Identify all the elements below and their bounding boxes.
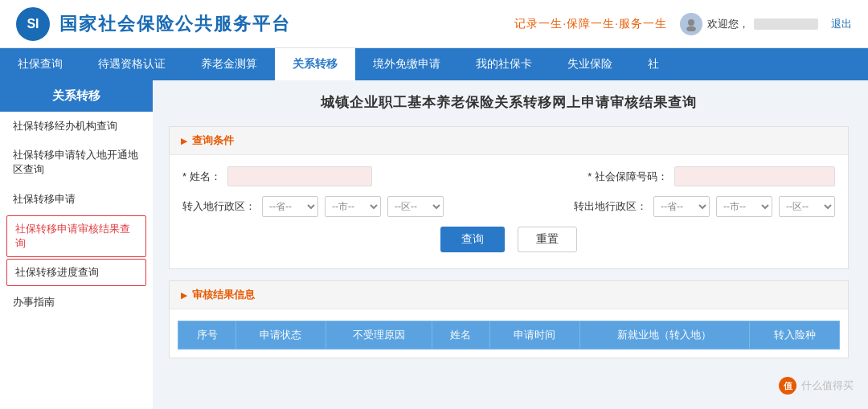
logout-button[interactable]: 退出 — [831, 17, 852, 31]
sidebar: 关系转移 社保转移经办机构查询 社保转移申请转入地开通地区查询 社保转移申请 社… — [0, 80, 153, 409]
col-seq: 序号 — [178, 321, 236, 350]
header-right: 记录一生·保障一生·服务一生 欢迎您， 退出 — [514, 13, 852, 35]
id-label: * 社会保障号码： — [588, 170, 668, 184]
col-type: 转入险种 — [750, 321, 840, 350]
logo-icon: SI — [16, 7, 50, 41]
name-input[interactable] — [227, 166, 372, 186]
header: SI 国家社会保险公共服务平台 记录一生·保障一生·服务一生 欢迎您， 退出 — [0, 0, 868, 48]
transfer-out-group: 转出地行政区： --省-- --市-- --区-- — [574, 196, 835, 217]
transfer-out-city[interactable]: --市-- — [716, 196, 772, 217]
nav-item-jingwai[interactable]: 境外免缴申请 — [355, 48, 458, 80]
nav-item-she[interactable]: 社 — [630, 48, 677, 80]
nav-item-shiye[interactable]: 失业保险 — [550, 48, 630, 80]
username-display — [754, 18, 818, 30]
col-reason: 不受理原因 — [326, 321, 432, 350]
table-header-row: 序号 申请状态 不受理原因 姓名 申请时间 新就业地（转入地） 转入险种 — [178, 321, 840, 350]
top-navigation: 社保查询 待遇资格认证 养老金测算 关系转移 境外免缴申请 我的社保卡 失业保险… — [0, 48, 868, 80]
form-row-name-id: * 姓名： * 社会保障号码： — [182, 166, 835, 186]
transfer-in-district[interactable]: --区-- — [387, 196, 444, 217]
id-input[interactable] — [674, 166, 835, 186]
user-avatar-icon — [680, 13, 702, 35]
sidebar-item-jigou[interactable]: 社保转移经办机构查询 — [0, 112, 153, 141]
svg-point-0 — [688, 19, 694, 26]
watermark-text: 什么值得买 — [801, 378, 854, 393]
watermark-logo: 值 — [779, 377, 796, 395]
query-button[interactable]: 查询 — [440, 227, 505, 252]
nav-item-daiyurenzheng[interactable]: 待遇资格认证 — [80, 48, 183, 80]
query-section: 查询条件 * 姓名： * 社会保障号码： 转入地行政区： — [169, 126, 849, 269]
transfer-in-province[interactable]: --省-- — [262, 196, 318, 217]
col-name: 姓名 — [432, 321, 489, 350]
header-left: SI 国家社会保险公共服务平台 — [16, 7, 291, 41]
welcome-text: 欢迎您， — [707, 17, 749, 31]
name-group: * 姓名： — [182, 166, 372, 186]
name-label: * 姓名： — [182, 170, 221, 184]
transfer-out-label: 转出地行政区： — [574, 199, 647, 214]
user-info: 欢迎您， — [680, 13, 818, 35]
id-group: * 社会保障号码： — [588, 166, 835, 186]
form-row-region: 转入地行政区： --省-- --市-- --区-- 转出地行政区： — [182, 196, 835, 217]
nav-item-shebaocard[interactable]: 我的社保卡 — [458, 48, 550, 80]
svg-point-1 — [686, 26, 696, 31]
watermark: 值 什么值得买 — [779, 377, 854, 395]
result-section-body: 序号 申请状态 不受理原因 姓名 申请时间 新就业地（转入地） 转入险种 — [170, 309, 848, 358]
nav-item-shebao[interactable]: 社保查询 — [0, 48, 80, 80]
sidebar-item-jindu[interactable]: 社保转移进度查询 — [6, 259, 146, 286]
nav-item-yanglao[interactable]: 养老金测算 — [183, 48, 275, 80]
nav-item-guanxi[interactable]: 关系转移 — [275, 48, 355, 80]
query-section-body: * 姓名： * 社会保障号码： 转入地行政区： --省-- — [170, 155, 848, 268]
transfer-out-province[interactable]: --省-- — [653, 196, 710, 217]
sidebar-title: 关系转移 — [0, 80, 153, 112]
sidebar-item-kaitung[interactable]: 社保转移申请转入地开通地区查询 — [0, 141, 153, 184]
transfer-in-group: 转入地行政区： --省-- --市-- --区-- — [182, 196, 444, 217]
col-status: 申请状态 — [236, 321, 326, 350]
result-section-header: 审核结果信息 — [170, 281, 848, 309]
main-content: 城镇企业职工基本养老保险关系转移网上申请审核结果查询 查询条件 * 姓名： * … — [153, 80, 868, 409]
transfer-out-district[interactable]: --区-- — [779, 196, 835, 217]
sidebar-item-shenhe[interactable]: 社保转移申请审核结果查询 — [6, 215, 146, 257]
result-section: 审核结果信息 序号 申请状态 不受理原因 姓名 申请时间 新就业地（转入地） 转… — [169, 280, 849, 358]
col-location: 新就业地（转入地） — [579, 321, 749, 350]
page-title: 城镇企业职工基本养老保险关系转移网上申请审核结果查询 — [169, 93, 849, 112]
main-layout: 关系转移 社保转移经办机构查询 社保转移申请转入地开通地区查询 社保转移申请 社… — [0, 80, 868, 409]
sidebar-item-shenqing[interactable]: 社保转移申请 — [0, 185, 153, 214]
col-time: 申请时间 — [489, 321, 579, 350]
btn-row: 查询 重置 — [182, 227, 835, 252]
site-name: 国家社会保险公共服务平台 — [59, 12, 291, 36]
transfer-in-label: 转入地行政区： — [182, 199, 256, 214]
slogan: 记录一生·保障一生·服务一生 — [514, 17, 667, 31]
reset-button[interactable]: 重置 — [518, 227, 577, 252]
sidebar-item-banshi[interactable]: 办事指南 — [0, 288, 153, 317]
query-section-header: 查询条件 — [170, 127, 848, 155]
transfer-in-city[interactable]: --市-- — [325, 196, 381, 217]
result-table: 序号 申请状态 不受理原因 姓名 申请时间 新就业地（转入地） 转入险种 — [178, 321, 840, 350]
